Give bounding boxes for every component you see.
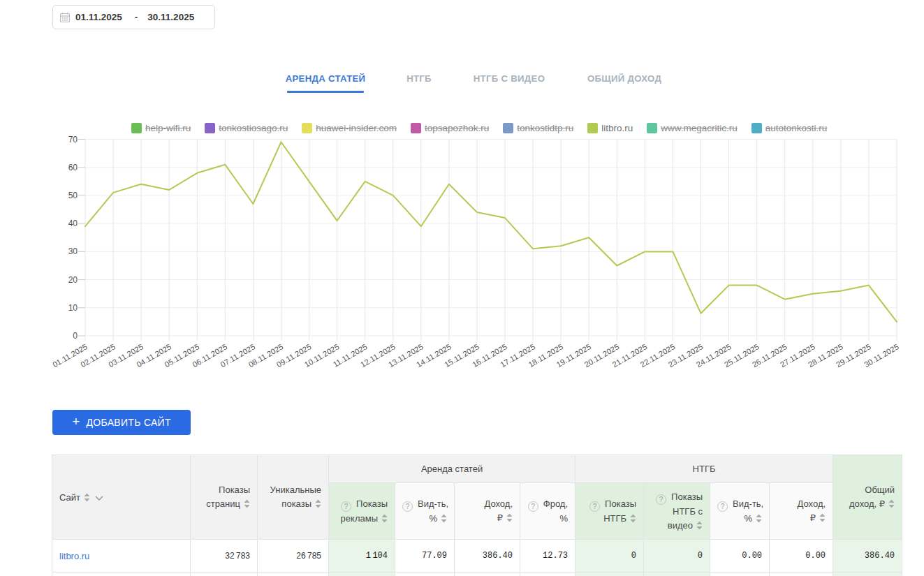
svg-text:10: 10	[68, 303, 78, 313]
svg-text:50: 50	[68, 191, 78, 200]
svg-text:40: 40	[68, 219, 78, 228]
svg-text:0: 0	[73, 331, 78, 341]
svg-text:30: 30	[68, 246, 78, 256]
svg-text:70: 70	[68, 135, 78, 145]
svg-text:20: 20	[68, 275, 78, 285]
svg-text:60: 60	[68, 163, 78, 172]
